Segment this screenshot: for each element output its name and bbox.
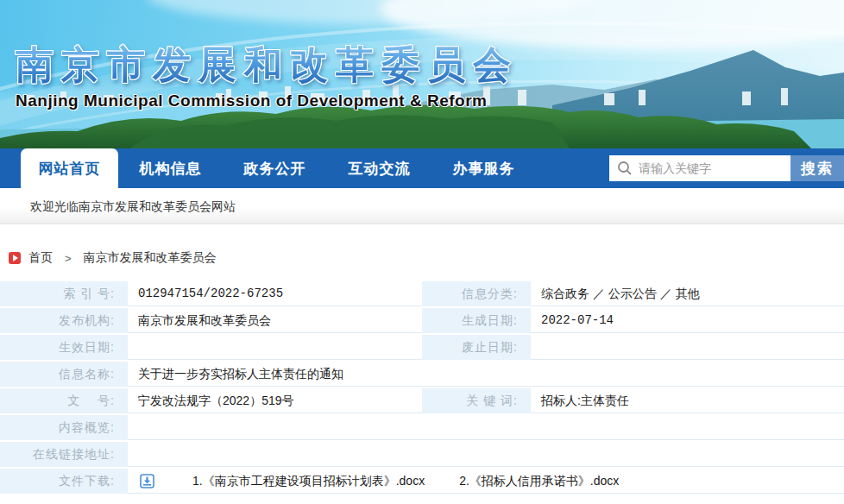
summary-label: 内容概览:: [0, 415, 128, 440]
category-value: 综合政务 ／ 公示公告 ／ 其他: [531, 281, 844, 306]
nav-tab-interaction[interactable]: 互动交流: [327, 148, 431, 188]
generate-date-value: 2022-07-14: [531, 308, 844, 333]
keywords-value: 招标人:主体责任: [531, 388, 844, 413]
breadcrumb: 首页 > 南京市发展和改革委员会: [9, 249, 844, 267]
site-title-chinese: 南京市发展和改革委员会: [16, 40, 519, 91]
document-info-table: 索 引 号: 012947154/2022-67235 信息分类: 综合政务 ／…: [0, 281, 844, 494]
welcome-bar: 欢迎光临南京市发展和改革委员会网站: [0, 188, 844, 224]
nav-tab-home[interactable]: 网站首页: [21, 148, 118, 188]
nav-tab-org-info[interactable]: 机构信息: [118, 148, 223, 188]
breadcrumb-home-link[interactable]: 首页: [28, 250, 53, 266]
search-field-wrap: [609, 155, 790, 181]
doc-name-value: 关于进一步夯实招标人主体责任的通知: [128, 362, 844, 387]
breadcrumb-current: 南京市发展和改革委员会: [84, 250, 217, 266]
search-icon: [617, 161, 633, 176]
download-label: 文件下载:: [0, 469, 128, 494]
download-link-2[interactable]: 2.《招标人信用承诺书》.docx: [459, 469, 619, 493]
expiry-date-value: [531, 335, 844, 360]
site-banner: 南京市发展和改革委员会 Nanjing Municipal Commission…: [0, 0, 844, 148]
publisher-label: 发布机构:: [0, 308, 128, 333]
generate-date-label: 生成日期:: [422, 308, 531, 333]
download-link-1[interactable]: 1.《南京市工程建设项目招标计划表》.docx: [192, 469, 425, 493]
effective-date-value: [128, 335, 422, 360]
nav-tab-gov-affairs[interactable]: 政务公开: [223, 148, 327, 188]
search-button[interactable]: 搜索: [790, 155, 844, 181]
online-link-value: [128, 442, 844, 467]
main-navigation: 网站首页 机构信息 政务公开 互动交流 办事服务 搜索: [0, 148, 844, 188]
publisher-value: 南京市发展和改革委员会: [128, 308, 422, 333]
doc-name-label: 信息名称:: [0, 362, 128, 387]
site-title-english: Nanjing Municipal Commission of Developm…: [16, 91, 487, 110]
doc-number-value: 宁发改法规字（2022）519号: [128, 388, 422, 413]
keywords-label: 关 键 词:: [422, 388, 531, 413]
breadcrumb-separator: >: [65, 252, 72, 265]
breadcrumb-play-icon: [9, 252, 21, 264]
category-label: 信息分类:: [422, 281, 531, 306]
index-number-value: 012947154/2022-67235: [128, 281, 422, 306]
download-icon[interactable]: [140, 474, 154, 488]
summary-value: [128, 415, 844, 440]
index-number-label: 索 引 号:: [0, 281, 128, 306]
expiry-date-label: 废止日期:: [422, 335, 531, 360]
nav-tab-services[interactable]: 办事服务: [431, 148, 536, 188]
search-input[interactable]: [609, 155, 790, 181]
download-row: 1.《南京市工程建设项目招标计划表》.docx 2.《招标人信用承诺书》.doc…: [128, 469, 844, 494]
effective-date-label: 生效日期:: [0, 335, 128, 360]
doc-number-label: 文 号:: [0, 388, 128, 413]
online-link-label: 在线链接地址:: [0, 442, 128, 467]
